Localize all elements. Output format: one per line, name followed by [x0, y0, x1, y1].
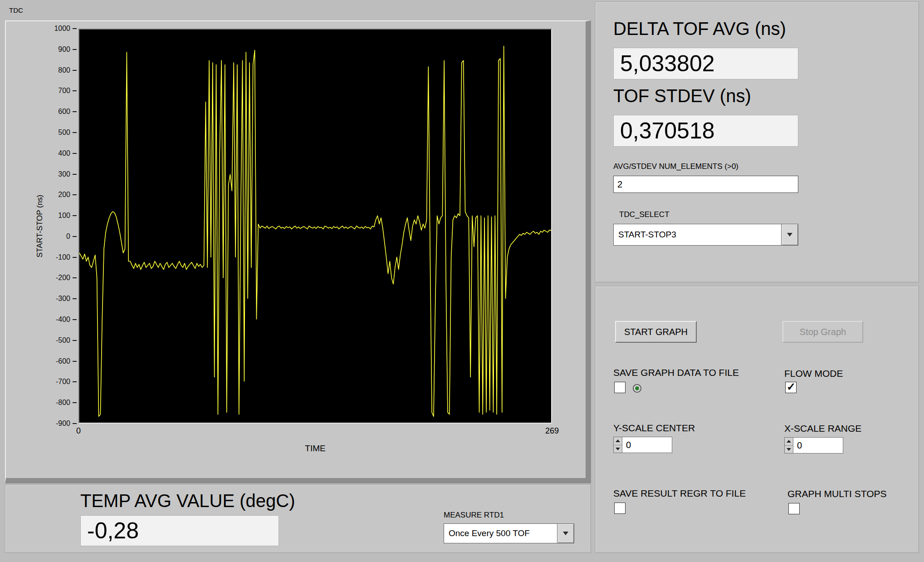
decrement-button[interactable]: [785, 445, 793, 454]
y-tick: 500: [58, 128, 77, 137]
flow-mode-label: FLOW MODE: [784, 368, 843, 379]
arrow-down-icon: [787, 448, 791, 451]
arrow-down-icon: [616, 448, 620, 450]
y-tick: 900: [58, 45, 77, 54]
measure-rtd-label: MEASURE RTD1: [444, 511, 504, 520]
y-tick: 100: [58, 212, 77, 220]
y-tick: -200: [56, 274, 77, 282]
measure-rtd-value: Once Every 500 TOF: [444, 524, 557, 543]
delta-tof-avg-label: DELTA TOF AVG (ns): [613, 19, 786, 39]
save-graph-led[interactable]: [633, 384, 641, 393]
y-tick: 700: [58, 87, 77, 95]
arrow-up-icon: [616, 439, 620, 442]
increment-button[interactable]: [785, 438, 793, 445]
chevron-down-icon: [563, 532, 568, 535]
y-tick: -400: [56, 316, 77, 324]
x-axis-title: TIME: [78, 444, 552, 454]
save-result-label: SAVE RESULT REGR TO FILE: [613, 488, 746, 499]
x-axis-min-label: 0: [76, 426, 81, 436]
x-scale-range-value[interactable]: 0: [793, 437, 843, 454]
delta-tof-avg-value: 5,033802: [613, 48, 798, 79]
y-axis-ticks: 10009008007006005004003002001000-100-200…: [24, 29, 77, 424]
num-elements-input[interactable]: [613, 176, 798, 193]
app-window: TDC START-STOP (ns) 10009008007006005004…: [0, 0, 924, 562]
y-tick: 300: [58, 170, 77, 178]
y-tick: 1000: [54, 25, 77, 33]
tof-stdev-value: 0,370518: [613, 115, 798, 147]
tdc-graph-panel: START-STOP (ns) 100090080070060050040030…: [5, 20, 591, 483]
y-tick: -800: [56, 399, 77, 407]
measure-rtd-dropdown-button[interactable]: [557, 524, 574, 543]
chevron-down-icon: [787, 233, 792, 237]
x-scale-range-spinner[interactable]: [784, 437, 793, 454]
tof-stdev-label: TOF STDEV (ns): [613, 86, 751, 106]
save-graph-label: SAVE GRAPH DATA TO FILE: [613, 367, 739, 378]
y-tick: 800: [58, 66, 77, 74]
start-graph-button[interactable]: START GRAPH: [615, 321, 697, 343]
y-tick: 0: [66, 232, 77, 241]
arrow-up-icon: [787, 440, 791, 443]
y-tick: 400: [58, 149, 77, 158]
tdc-select-label: TDC_SELECT: [619, 210, 670, 219]
flow-mode-checkbox[interactable]: [785, 382, 797, 393]
save-graph-checkbox[interactable]: [614, 382, 626, 393]
temperature-panel: TEMP AVG VALUE (degC) -0,28 MEASURE RTD1…: [5, 485, 591, 553]
tdc-select-dropdown[interactable]: START-STOP3: [613, 224, 798, 246]
plot-area[interactable]: [78, 29, 552, 424]
measure-rtd-dropdown[interactable]: Once Every 500 TOF: [444, 523, 574, 543]
graph-title: TDC: [9, 6, 23, 14]
y-scale-center-spinner[interactable]: [613, 437, 622, 453]
save-result-checkbox[interactable]: [614, 503, 626, 514]
waveform-trace: [79, 46, 551, 416]
tdc-select-value: START-STOP3: [614, 224, 781, 245]
x-scale-range-label: X-SCALE RANGE: [784, 423, 861, 434]
y-scale-center-value[interactable]: 0: [622, 437, 672, 453]
y-tick: -900: [56, 419, 77, 428]
graph-multi-stops-label: GRAPH MULTI STOPS: [787, 488, 887, 499]
y-scale-center-label: Y-SCALE CENTER: [613, 423, 695, 434]
graph-multi-stops-checkbox[interactable]: [788, 503, 800, 514]
temp-avg-label: TEMP AVG VALUE (degC): [80, 491, 295, 511]
y-tick: -500: [56, 336, 77, 345]
waveform-svg: [79, 30, 551, 423]
x-axis-max-label: 269: [545, 426, 559, 436]
y-tick: -300: [56, 295, 77, 303]
y-tick: -600: [56, 357, 77, 365]
graph-controls-panel: START GRAPH Stop Graph SAVE GRAPH DATA T…: [595, 286, 919, 553]
num-elements-label: AVG/STDEV NUM_ELEMENTS (>0): [613, 162, 738, 171]
increment-button[interactable]: [614, 437, 622, 445]
decrement-button[interactable]: [614, 445, 622, 453]
tdc-select-dropdown-button[interactable]: [781, 224, 798, 245]
y-tick: 200: [58, 191, 77, 199]
y-tick: -700: [56, 378, 77, 386]
y-tick: 600: [58, 108, 77, 116]
stop-graph-button[interactable]: Stop Graph: [782, 321, 863, 343]
y-scale-center-input[interactable]: 0: [613, 437, 672, 453]
tof-results-panel: DELTA TOF AVG (ns) 5,033802 TOF STDEV (n…: [595, 2, 919, 282]
x-scale-range-input[interactable]: 0: [784, 437, 843, 454]
temp-avg-value: -0,28: [80, 515, 279, 546]
y-tick: -100: [56, 253, 77, 261]
